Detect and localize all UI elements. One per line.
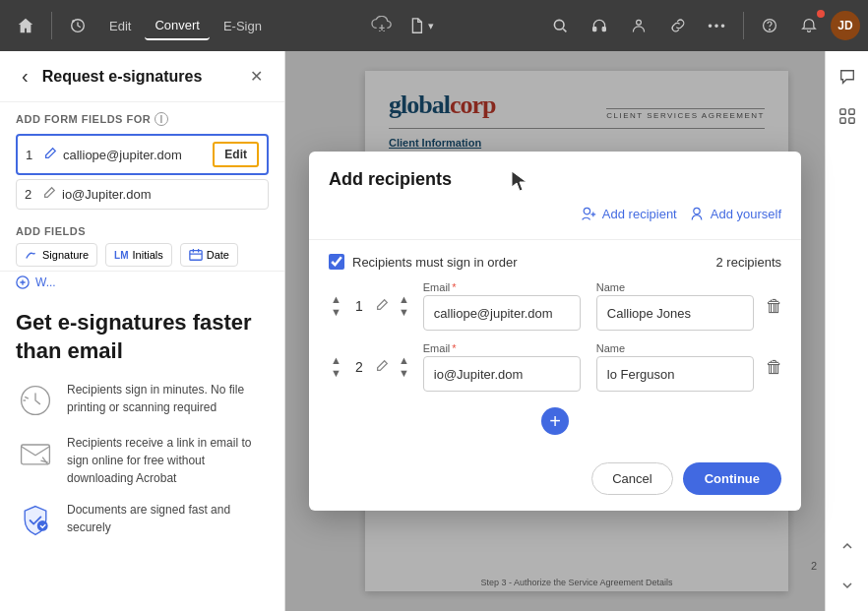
more-fields-toggle[interactable]: W... xyxy=(16,275,269,289)
panel-close-button[interactable]: ✕ xyxy=(244,65,269,88)
order-number-1: 1 xyxy=(351,298,367,314)
promo-item-1: Recipients sign in minutes. No file prin… xyxy=(16,381,269,420)
main-layout: ‹ Request e-signatures ✕ ADD FORM FIELDS… xyxy=(0,51,868,611)
history-button[interactable] xyxy=(60,8,95,43)
cancel-button[interactable]: Cancel xyxy=(591,462,672,495)
more-button[interactable]: ••• xyxy=(700,8,735,43)
home-button[interactable] xyxy=(8,8,43,43)
svg-rect-13 xyxy=(848,109,853,114)
signature-field-btn[interactable]: Signature xyxy=(16,243,97,267)
right-icons-panel xyxy=(825,51,868,611)
required-star-2: * xyxy=(452,342,456,354)
required-star-1: * xyxy=(452,281,456,293)
arrow-down-2[interactable]: ▼ xyxy=(329,368,343,379)
info-icon[interactable]: i xyxy=(155,112,168,126)
promo-title: Get e-signatures faster than email xyxy=(16,309,269,365)
delete-recipient-2-button[interactable]: 🗑 xyxy=(762,353,787,382)
search-button[interactable] xyxy=(542,8,578,43)
email-field-group-2: Email * xyxy=(423,342,581,392)
email-input-2[interactable] xyxy=(423,356,581,392)
toolbar-center: ▾ xyxy=(276,13,538,38)
panel-header: ‹ Request e-signatures ✕ xyxy=(0,51,284,102)
headphones-button[interactable] xyxy=(582,8,617,43)
svg-point-16 xyxy=(584,208,589,214)
promo-section: Get e-signatures faster than email Recip… xyxy=(0,293,284,611)
name-input-2[interactable] xyxy=(596,356,754,392)
svg-point-6 xyxy=(770,30,771,31)
arrow-down-1[interactable]: ▼ xyxy=(329,307,343,318)
initials-field-btn[interactable]: LM Initials xyxy=(105,243,172,267)
toolbar: Edit Convert E-Sign ▾ xyxy=(0,0,868,51)
cloud-icon xyxy=(371,16,393,36)
recipient-2-pen-icon xyxy=(42,186,56,203)
recipient-row-2: 2 io@Jupiter.dom xyxy=(16,179,269,210)
add-more-button[interactable]: + xyxy=(541,407,569,435)
sign-order-label: Recipients must sign in order xyxy=(352,255,518,270)
add-form-label: ADD FORM FIELDS FOR i xyxy=(16,112,269,126)
continue-button[interactable]: Continue xyxy=(683,462,781,495)
arrow-up-1[interactable]: ▲ xyxy=(329,294,343,305)
clock-icon xyxy=(16,381,55,420)
edit-menu-button[interactable]: Edit xyxy=(99,13,141,39)
recipient-2-number: 2 xyxy=(25,187,36,202)
email-label-2: Email * xyxy=(423,342,581,354)
add-fields-section: ADD FIELDS Signature LM Initials Date xyxy=(0,219,284,272)
recipient-2-email: io@Jupiter.dom xyxy=(62,187,260,202)
expand-btn-2[interactable]: ▲ xyxy=(397,355,411,366)
email-label-1: Email * xyxy=(423,281,581,293)
collapse-btn-2[interactable]: ▼ xyxy=(397,368,411,379)
name-label-1: Name xyxy=(596,281,754,293)
add-recipients-modal: Add recipients Add recipient xyxy=(309,152,801,511)
email-field-group-1: Email * xyxy=(423,281,581,331)
pages-panel-button[interactable] xyxy=(830,98,865,134)
panel-back-button[interactable]: ‹ xyxy=(16,63,34,90)
esign-menu-button[interactable]: E-Sign xyxy=(214,13,272,39)
scroll-up-button[interactable] xyxy=(830,528,865,564)
pen-icon-1 xyxy=(375,298,389,315)
email-icon xyxy=(16,434,55,473)
help-button[interactable] xyxy=(752,8,787,43)
recipient-1-number: 1 xyxy=(26,148,37,162)
recipients-count: 2 recipients xyxy=(716,255,781,270)
file-menu-button[interactable]: ▾ xyxy=(401,13,442,38)
more-fields-label: W... xyxy=(35,275,56,289)
sign-order-checkbox[interactable] xyxy=(329,254,344,270)
comment-panel-button[interactable] xyxy=(830,59,865,94)
modal-title: Add recipients xyxy=(329,169,781,190)
delete-recipient-1-button[interactable]: 🗑 xyxy=(762,292,787,321)
promo-item-2: Recipients receive a link in email to si… xyxy=(16,434,269,487)
expand-btn-1[interactable]: ▲ xyxy=(397,294,411,305)
avatar[interactable]: JD xyxy=(831,11,860,40)
recipient-row-1: 1 calliope@jupiter.dom Edit xyxy=(16,134,269,175)
collapse-btn-1[interactable]: ▼ xyxy=(397,307,411,318)
order-controls-1: ▲ ▼ xyxy=(329,294,343,318)
form-fields-section: ADD FORM FIELDS FOR i 1 calliope@jupiter… xyxy=(0,102,284,219)
date-field-btn[interactable]: Date xyxy=(180,243,238,267)
arrow-up-2[interactable]: ▲ xyxy=(329,355,343,366)
add-yourself-button[interactable]: Add yourself xyxy=(689,202,781,225)
field-buttons: Signature LM Initials Date xyxy=(16,243,269,267)
user-button[interactable] xyxy=(621,8,656,43)
convert-menu-button[interactable]: Convert xyxy=(145,12,210,40)
email-input-1[interactable] xyxy=(423,295,581,331)
order-controls-2: ▲ ▼ xyxy=(329,355,343,379)
left-panel: ‹ Request e-signatures ✕ ADD FORM FIELDS… xyxy=(0,51,285,611)
link-button[interactable] xyxy=(660,8,696,43)
name-input-1[interactable] xyxy=(596,295,754,331)
separator-2 xyxy=(743,12,744,39)
recipient-1-entry: ▲ ▼ 1 ▲ ▼ xyxy=(329,281,781,331)
svg-point-4 xyxy=(637,20,642,25)
modal-overlay: Add recipients Add recipient xyxy=(285,51,825,611)
edit-recipient-button[interactable]: Edit xyxy=(213,142,259,167)
promo-item-3: Documents are signed fast and securely xyxy=(16,501,269,540)
add-fields-label: ADD FIELDS xyxy=(16,225,269,237)
toolbar-right: ••• JD xyxy=(542,8,860,43)
recipient-2-entry: ▲ ▼ 2 ▲ ▼ xyxy=(329,342,781,392)
promo-item-2-text: Recipients receive a link in email to si… xyxy=(67,434,269,487)
scroll-down-button[interactable] xyxy=(830,568,865,603)
svg-rect-14 xyxy=(839,118,844,123)
add-recipient-button[interactable]: Add recipient xyxy=(581,202,677,225)
svg-point-11 xyxy=(37,520,48,531)
sign-order-row: Recipients must sign in order 2 recipien… xyxy=(329,254,781,270)
svg-point-17 xyxy=(694,208,700,214)
